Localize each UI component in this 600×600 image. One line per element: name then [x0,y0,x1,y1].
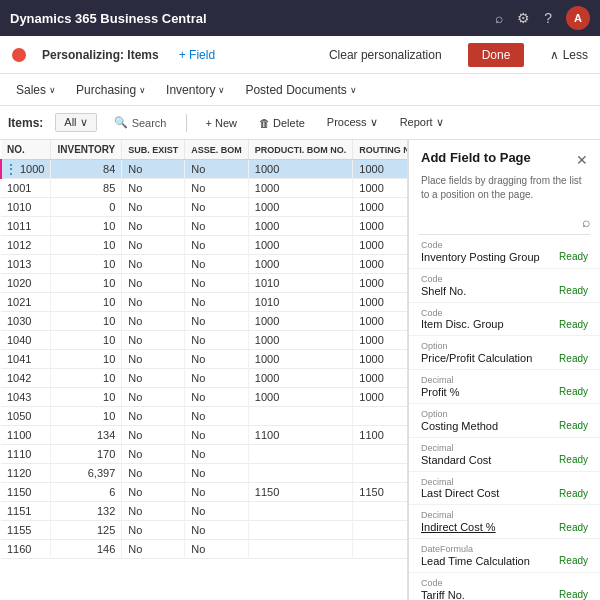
less-button[interactable]: ∧ Less [550,48,588,62]
menu-bar: Sales ∨ Purchasing ∨ Inventory ∨ Posted … [0,74,600,106]
cell-no: 1042 [1,369,51,388]
col-inventory[interactable]: INVENTORY [51,140,122,160]
field-type: Decimal [421,477,588,488]
field-list-item[interactable]: CodeShelf No.Ready [409,269,600,303]
col-routing-no[interactable]: ROUTING NO. [353,140,407,160]
table-row[interactable]: 104110NoNo10001000 [1,350,407,369]
page-header: Items: All ∨ 🔍 Search + New 🗑 Delete Pro… [0,106,600,140]
search-icon[interactable]: ⌕ [495,10,503,26]
field-list-item[interactable]: DecimalStandard CostReady [409,438,600,472]
field-list-item[interactable]: OptionPrice/Profit CalculationReady [409,336,600,370]
cell-no: 1120 [1,464,51,483]
cell-no: 1155 [1,521,51,540]
col-producti-bom-no[interactable]: PRODUCTI. BOM NO. [248,140,353,160]
cell-produt-bom_no: 1000 [248,312,353,331]
cell-inventory: 6,397 [51,464,122,483]
field-list-item[interactable]: CodeInventory Posting GroupReady [409,235,600,269]
table-row[interactable]: 102010NoNo10101000 [1,274,407,293]
cell-routing-no: 1000 [353,312,407,331]
table-row[interactable]: 104310NoNo10001000 [1,388,407,407]
cell-routing-no: 1000 [353,198,407,217]
cell-produt-bom_no: 1010 [248,293,353,312]
cell-no: 1001 [1,179,51,198]
table-row[interactable]: 11506NoNo11501150 [1,483,407,502]
cell-no: 1041 [1,350,51,369]
table-row[interactable]: 102110NoNo10101000 [1,293,407,312]
cell-inventory: 10 [51,274,122,293]
clear-personalization-button[interactable]: Clear personalization [329,48,442,62]
table-row[interactable]: 101110NoNo10001000 [1,217,407,236]
menu-item-posted-documents[interactable]: Posted Documents ∨ [237,79,364,101]
col-no[interactable]: NO. [1,140,51,160]
cell-routing-no: 1100 [353,426,407,445]
table-scroll[interactable]: NO. INVENTORY SUB. EXIST ASSE. BOM PRODU… [0,140,407,600]
cell-routing-no: 1000 [353,369,407,388]
cell-asse-bom: No [185,540,249,559]
table-row[interactable]: 103010NoNo10001000 [1,312,407,331]
field-list-item[interactable]: DecimalLast Direct CostReady [409,472,600,506]
field-list-item[interactable]: CodeTariff No.Ready [409,573,600,600]
field-list-item[interactable]: OptionCosting MethodReady [409,404,600,438]
row-menu-dots[interactable]: ⋮ [4,161,18,177]
field-type: DateFormula [421,544,588,555]
table-row[interactable]: 100185NoNo10001000 [1,179,407,198]
cell-no: 1010 [1,198,51,217]
add-field-button[interactable]: + Field [179,48,215,62]
field-ready-status: Ready [559,555,588,566]
search-button[interactable]: 🔍 Search [105,112,176,133]
table-row[interactable]: 11206,397NoNo [1,464,407,483]
cell-no: 1013 [1,255,51,274]
cell-no: 1021 [1,293,51,312]
done-button[interactable]: Done [468,43,525,67]
field-list-item[interactable]: DecimalProfit %Ready [409,370,600,404]
table-row[interactable]: 105010NoNo [1,407,407,426]
table-row[interactable]: 1155125NoNo [1,521,407,540]
menu-item-sales[interactable]: Sales ∨ [8,79,64,101]
cell-sub-exist: No [122,445,185,464]
cell-no: 1050 [1,407,51,426]
table-row[interactable]: 1160146NoNo [1,540,407,559]
avatar[interactable]: A [566,6,590,30]
table-area: NO. INVENTORY SUB. EXIST ASSE. BOM PRODU… [0,140,408,600]
report-button[interactable]: Report ∨ [393,113,451,132]
field-list-item[interactable]: DateFormulaLead Time CalculationReady [409,539,600,573]
field-list-item[interactable]: CodeItem Disc. GroupReady [409,303,600,337]
cell-no: 1043 [1,388,51,407]
field-type: Decimal [421,510,588,521]
table-row[interactable]: 10100NoNo10001000 [1,198,407,217]
new-button[interactable]: + New [198,114,244,132]
help-icon[interactable]: ? [544,10,552,26]
panel-close-button[interactable]: ✕ [576,152,588,168]
table-row[interactable]: 1110170NoNo [1,445,407,464]
col-sub-exist[interactable]: SUB. EXIST [122,140,185,160]
field-list-item[interactable]: DecimalIndirect Cost %Ready [409,505,600,539]
table-row[interactable]: ⋮100084NoNo10001000 [1,160,407,179]
process-button[interactable]: Process ∨ [320,113,385,132]
cell-inventory: 10 [51,388,122,407]
cell-inventory: 10 [51,236,122,255]
table-row[interactable]: 101210NoNo10001000 [1,236,407,255]
table-row[interactable]: 104010NoNo10001000 [1,331,407,350]
panel-search-icon[interactable]: ⌕ [582,214,590,230]
cell-asse-bom: No [185,502,249,521]
menu-item-purchasing[interactable]: Purchasing ∨ [68,79,154,101]
cell-asse-bom: No [185,407,249,426]
cell-sub-exist: No [122,255,185,274]
cell-inventory: 134 [51,426,122,445]
col-asse-bom[interactable]: ASSE. BOM [185,140,249,160]
menu-item-inventory[interactable]: Inventory ∨ [158,79,233,101]
table-row[interactable]: 1100134NoNo11001100 [1,426,407,445]
cell-no: 1030 [1,312,51,331]
delete-button[interactable]: 🗑 Delete [252,114,312,132]
personalize-label: Personalizing: Items [42,48,159,62]
cell-routing-no: 1000 [353,331,407,350]
table-row[interactable]: 104210NoNo10001000 [1,369,407,388]
cell-routing-no: 1000 [353,217,407,236]
field-type: Decimal [421,443,588,454]
table-row[interactable]: 101310NoNo10001000 [1,255,407,274]
table-row[interactable]: 1151132NoNo [1,502,407,521]
filter-all-button[interactable]: All ∨ [55,113,96,132]
cell-produt-bom_no [248,464,353,483]
settings-icon[interactable]: ⚙ [517,10,530,26]
cell-sub-exist: No [122,312,185,331]
